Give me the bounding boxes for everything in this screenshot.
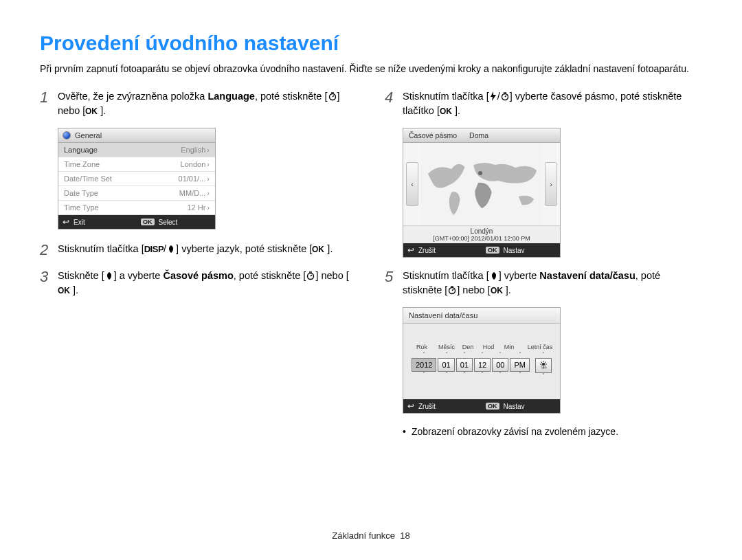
- lcd-row-label: Time Zone: [64, 160, 100, 168]
- svg-line-16: [541, 362, 542, 363]
- lcd-row[interactable]: Time ZoneLondon›: [58, 157, 215, 172]
- lcd-datetime-footer: ↩Zrušit OKNastav: [403, 399, 560, 413]
- step-number: 5: [385, 269, 403, 298]
- flash-icon: [489, 91, 497, 101]
- svg-text:OK: OK: [312, 245, 324, 254]
- step4-text-c: ].: [455, 105, 460, 116]
- spinner-down-icon[interactable]: ˅: [499, 372, 502, 378]
- lcd-row-label: Language: [64, 146, 98, 154]
- world-map: [421, 143, 542, 225]
- spinner-up-icon[interactable]: ˄: [542, 352, 545, 358]
- step3-text-e: ] nebo [: [315, 270, 348, 281]
- spinner-up-icon[interactable]: ˄: [499, 352, 502, 358]
- page-title: Provedení úvodního nastavení: [40, 32, 702, 55]
- spinner[interactable]: ˄01˅: [438, 352, 454, 379]
- step-number: 4: [385, 89, 403, 118]
- ok-box-icon: OK: [486, 403, 499, 410]
- ok-icon: OK: [312, 245, 327, 254]
- spinner[interactable]: ˄PM˅: [510, 352, 530, 379]
- spinner[interactable]: ˄2012˅: [412, 352, 436, 379]
- step4-text-a: Stisknutím tlačítka [: [403, 91, 489, 102]
- map-left-arrow[interactable]: ‹: [406, 162, 418, 206]
- bullet: •: [403, 426, 406, 437]
- timer-icon: [328, 91, 337, 101]
- lcd-row[interactable]: LanguageEnglish›: [58, 143, 215, 157]
- svg-line-18: [545, 362, 546, 363]
- step-2: 2 Stisknutím tlačítka [DISP/] vyberte ja…: [40, 242, 357, 258]
- spinner-value: 00: [492, 358, 508, 372]
- spinner-value: 01: [456, 358, 473, 372]
- left-column: 1 Ověřte, že je zvýrazněna položka Langu…: [40, 89, 357, 437]
- dt-label: Hod: [480, 344, 497, 350]
- step2-text-b: ] vyberte jazyk, poté stiskněte [: [176, 243, 312, 254]
- step-number: 2: [40, 242, 58, 258]
- spinner[interactable]: ˄00˅: [492, 352, 508, 379]
- ok-icon: OK: [440, 107, 455, 116]
- spinner-up-icon[interactable]: ˄: [519, 352, 521, 358]
- right-column: 4 Stisknutím tlačítka [/] vyberte časové…: [385, 89, 702, 437]
- svg-text:OK: OK: [58, 286, 70, 295]
- step1-text-c: , poté stiskněte [: [255, 91, 328, 102]
- spinner-value: 01: [438, 358, 454, 372]
- step-4: 4 Stisknutím tlačítka [/] vyberte časové…: [385, 89, 702, 118]
- spinner-up-icon[interactable]: ˄: [463, 352, 466, 358]
- footer-pagenum: 18: [400, 530, 409, 541]
- dt-spinners: ˄2012˅˄01˅˄01˅˄12˅˄00˅˄PM˅˄OFF˅: [412, 352, 552, 379]
- map-right-arrow[interactable]: ›: [545, 162, 557, 206]
- tz-gmt: [GMT+00:00] 2012/01/01 12:00 PM: [403, 235, 560, 242]
- spinner-down-icon[interactable]: ˅: [445, 372, 448, 378]
- dt-label: Den: [459, 344, 477, 350]
- lcd-datetime: Nastavení data/času RokMěsícDenHodMinLet…: [403, 307, 561, 414]
- svg-point-8: [478, 171, 482, 175]
- spinner[interactable]: ˄01˅: [456, 352, 473, 379]
- lcd-timezone-header: Časové pásmo Doma: [403, 128, 560, 143]
- spinner-up-icon[interactable]: ˄: [423, 352, 425, 358]
- spinner-down-icon[interactable]: ˅: [423, 372, 425, 378]
- ok-icon: OK: [491, 286, 506, 295]
- back-icon: ↩: [407, 401, 414, 411]
- lcd-general-rows: LanguageEnglish›Time ZoneLondon›Date/Tim…: [58, 143, 215, 215]
- lcd-general-header: General: [58, 128, 215, 143]
- back-icon: ↩: [407, 245, 414, 255]
- tz-home: Doma: [469, 131, 488, 139]
- spinner-dst[interactable]: ˄OFF˅: [535, 352, 552, 379]
- ok-icon: OK: [58, 286, 73, 295]
- tz-cancel: Zrušit: [418, 247, 436, 254]
- tz-set: Nastav: [504, 247, 525, 254]
- step-number: 1: [40, 89, 58, 118]
- svg-text:OK: OK: [491, 286, 503, 295]
- timer-icon: [500, 91, 510, 101]
- page-footer: Základní funkce 18: [0, 530, 742, 541]
- lcd-row[interactable]: Time Type12 Hr›: [58, 201, 215, 215]
- back-icon: ↩: [63, 217, 69, 227]
- macro-icon: [104, 271, 114, 280]
- svg-text:OFF: OFF: [541, 366, 548, 369]
- spinner[interactable]: ˄12˅: [474, 352, 491, 379]
- step3-text-f: ].: [73, 284, 78, 295]
- step3-text-b: ] a vyberte: [114, 270, 164, 281]
- step5-text-a: Stisknutím tlačítka [: [403, 270, 489, 281]
- macro-icon: [489, 271, 499, 280]
- spinner-down-icon[interactable]: ˅: [481, 372, 484, 378]
- lcd-row[interactable]: Date/Time Set01/01/...›: [58, 172, 215, 186]
- spinner-down-icon[interactable]: ˅: [542, 373, 545, 379]
- step-1: 1 Ověřte, že je zvýrazněna položka Langu…: [40, 89, 357, 118]
- spinner-down-icon[interactable]: ˅: [519, 372, 521, 378]
- spinner-up-icon[interactable]: ˄: [481, 352, 484, 358]
- spinner-down-icon[interactable]: ˅: [463, 372, 466, 378]
- tz-city: Londýn: [403, 227, 560, 235]
- lcd-select: Select: [159, 219, 178, 226]
- step1-text-e: ].: [100, 105, 106, 116]
- svg-point-11: [542, 363, 546, 366]
- lcd-row[interactable]: Date TypeMM/D...›: [58, 186, 215, 201]
- step-3: 3 Stiskněte [] a vyberte Časové pásmo, p…: [40, 269, 357, 298]
- step3-text-d: , poté stiskněte [: [234, 270, 306, 281]
- note: • Zobrazení obrazovky závisí na zvoleném…: [403, 426, 702, 437]
- lcd-timezone-footer: ↩Zrušit OKNastav: [403, 243, 560, 257]
- spinner-up-icon[interactable]: ˄: [445, 352, 448, 358]
- step1-bold: Language: [207, 91, 254, 102]
- lcd-exit: Exit: [74, 219, 85, 226]
- step2-text-c: ].: [327, 243, 333, 254]
- dt-label: Rok: [409, 344, 434, 350]
- lcd-row-value: MM/D...›: [179, 189, 210, 197]
